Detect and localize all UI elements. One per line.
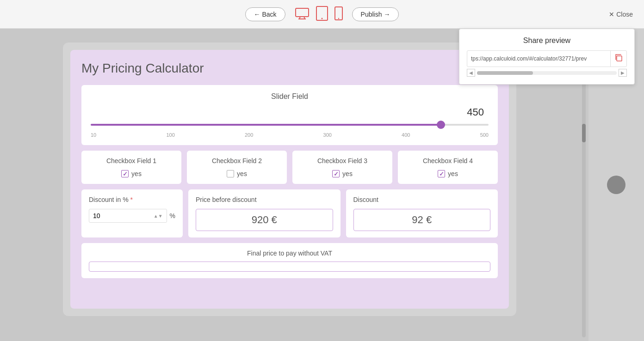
checkbox-1[interactable]: ✓ bbox=[121, 170, 129, 177]
discount-label: Discount bbox=[353, 196, 491, 203]
tablet-icon[interactable] bbox=[316, 6, 328, 23]
slider-tick2: 200 bbox=[245, 132, 253, 138]
required-star: * bbox=[130, 196, 133, 203]
svg-rect-6 bbox=[335, 7, 342, 20]
checkbox-item-1: ✓ yes bbox=[89, 170, 174, 177]
spinner-arrows[interactable]: ▲▼ bbox=[154, 213, 163, 219]
checkbox-card-4: Checkbox Field 4 ✓ yes bbox=[398, 151, 498, 184]
desktop-icon[interactable] bbox=[295, 6, 310, 23]
checkbox-yes-4: yes bbox=[448, 170, 458, 177]
tablet-inner: My Pricing Calculator Slider Field 450 1… bbox=[63, 43, 516, 316]
checkbox-label-3: Checkbox Field 3 bbox=[300, 157, 385, 164]
toolbar: ← Back bbox=[0, 0, 644, 29]
slider-value: 450 bbox=[91, 106, 489, 118]
slider-min: 10 bbox=[91, 132, 96, 138]
price-before-value: 920 € bbox=[196, 209, 333, 231]
discount-pct-card: Discount in % * 10 ▲▼ % bbox=[81, 189, 183, 237]
checkbox-item-4: ✓ yes bbox=[405, 170, 490, 177]
back-button[interactable]: ← Back bbox=[245, 7, 285, 21]
slider-thumb[interactable] bbox=[437, 121, 445, 129]
checkbox-label-4: Checkbox Field 4 bbox=[405, 157, 490, 164]
slider-wrapper[interactable] bbox=[91, 120, 489, 129]
slider-track bbox=[91, 124, 489, 126]
checkbox-card-2: Checkbox Field 2 yes bbox=[187, 151, 287, 184]
svg-point-5 bbox=[321, 18, 322, 19]
slider-fill bbox=[91, 124, 441, 126]
checkmark-3: ✓ bbox=[334, 170, 339, 177]
scroll-right-arrow[interactable]: ▶ bbox=[619, 69, 627, 77]
checkmark-1: ✓ bbox=[123, 170, 128, 177]
checkbox-yes-2: yes bbox=[237, 170, 247, 177]
final-price-label: Final price to pay without VAT bbox=[89, 250, 490, 257]
discount-input[interactable]: 10 ▲▼ bbox=[89, 209, 167, 223]
checkbox-item-2: yes bbox=[194, 170, 279, 177]
final-price-card: Final price to pay without VAT bbox=[81, 243, 498, 278]
checkbox-3[interactable]: ✓ bbox=[332, 170, 340, 177]
price-before-label: Price before discount bbox=[196, 196, 333, 203]
sidebar-toggle-button[interactable] bbox=[607, 176, 625, 194]
slider-max: 500 bbox=[480, 132, 489, 138]
discount-value: 92 € bbox=[353, 209, 491, 231]
scrollbar-thumb bbox=[582, 124, 586, 142]
slider-labels: 10 100 200 300 400 500 bbox=[91, 132, 489, 138]
checkbox-row: Checkbox Field 1 ✓ yes Checkbox Field 2 bbox=[81, 151, 498, 184]
slider-tick3: 300 bbox=[323, 132, 332, 138]
checkbox-2[interactable] bbox=[227, 170, 234, 177]
slider-tick1: 100 bbox=[166, 132, 174, 138]
checkmark-4: ✓ bbox=[439, 170, 444, 177]
mobile-icon[interactable] bbox=[334, 6, 343, 22]
share-preview-title: Share preview bbox=[467, 37, 627, 45]
slider-field-card: Slider Field 450 10 100 200 300 400 bbox=[81, 85, 498, 145]
share-url-text: tps://app.calculoid.com/#/calculator/327… bbox=[467, 53, 610, 65]
slider-label: Slider Field bbox=[91, 92, 489, 101]
discount-value-text: 10 bbox=[93, 212, 100, 219]
toolbar-center: ← Back bbox=[245, 6, 399, 23]
checkbox-yes-3: yes bbox=[342, 170, 353, 177]
copy-url-button[interactable] bbox=[610, 51, 626, 67]
price-before-card: Price before discount 920 € bbox=[188, 189, 341, 237]
close-button[interactable]: ✕ Close bbox=[609, 11, 633, 18]
checkbox-card-1: Checkbox Field 1 ✓ yes bbox=[81, 151, 181, 184]
scroll-thumb bbox=[477, 71, 533, 75]
discount-card: Discount 92 € bbox=[346, 189, 498, 237]
svg-point-7 bbox=[338, 18, 339, 18]
checkbox-yes-1: yes bbox=[131, 170, 142, 177]
device-icons bbox=[295, 6, 343, 23]
svg-rect-8 bbox=[617, 56, 622, 61]
discount-pct-label: Discount in % * bbox=[89, 196, 175, 203]
checkbox-label-2: Checkbox Field 2 bbox=[194, 157, 279, 164]
svg-rect-0 bbox=[296, 8, 309, 17]
publish-button[interactable]: Publish → bbox=[352, 7, 399, 21]
price-row: Discount in % * 10 ▲▼ % bbox=[81, 189, 498, 237]
close-label: ✕ Close bbox=[609, 11, 633, 18]
checkbox-4[interactable]: ✓ bbox=[438, 170, 445, 177]
checkbox-label-1: Checkbox Field 1 bbox=[89, 157, 174, 164]
scroll-left-arrow[interactable]: ◀ bbox=[467, 69, 475, 77]
share-scrollbar-row: ◀ ▶ bbox=[467, 69, 627, 77]
share-url-row: tps://app.calculoid.com/#/calculator/327… bbox=[467, 50, 627, 67]
scroll-track bbox=[477, 71, 617, 75]
slider-tick4: 400 bbox=[402, 132, 410, 138]
percent-symbol: % bbox=[170, 212, 175, 219]
final-price-input bbox=[89, 262, 490, 272]
calculator-title: My Pricing Calculator bbox=[81, 61, 498, 76]
checkbox-item-3: ✓ yes bbox=[300, 170, 385, 177]
share-preview-panel: Share preview tps://app.calculoid.com/#/… bbox=[459, 29, 635, 85]
calculator-container: My Pricing Calculator Slider Field 450 1… bbox=[70, 50, 509, 309]
checkbox-card-3: Checkbox Field 3 ✓ yes bbox=[292, 151, 392, 184]
discount-input-row: 10 ▲▼ % bbox=[89, 209, 175, 223]
